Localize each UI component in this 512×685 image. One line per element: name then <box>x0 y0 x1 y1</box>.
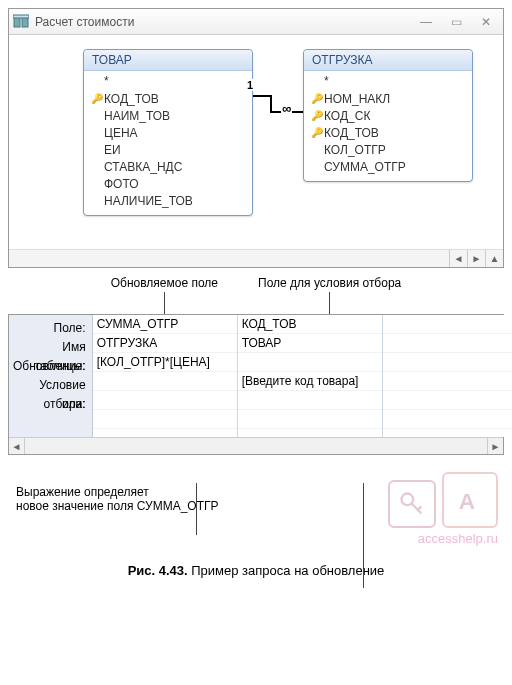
field-label: НОМ_НАКЛ <box>324 92 390 106</box>
field-label: СТАВКА_НДС <box>104 160 182 174</box>
minimize-button[interactable]: ― <box>417 15 435 29</box>
app-icon <box>13 14 29 30</box>
svg-rect-2 <box>13 15 29 18</box>
grid-column-empty[interactable] <box>383 315 512 437</box>
key-icon <box>388 480 436 528</box>
window-controls: ― ▭ ✕ <box>417 15 499 29</box>
cell-or[interactable] <box>93 391 237 410</box>
relationship-canvas[interactable]: ТОВАР * 🔑КОД_ТОВ НАИМ_ТОВ ЦЕНА ЕИ СТАВКА… <box>9 35 503 267</box>
cell-table[interactable]: ТОВАР <box>238 334 382 353</box>
all-fields-star[interactable]: * <box>84 73 252 90</box>
field-row[interactable]: 🔑НОМ_НАКЛ <box>304 90 472 107</box>
key-icon: 🔑 <box>90 93 104 104</box>
field-label: ЦЕНА <box>104 126 138 140</box>
field-label: КОД_СК <box>324 109 370 123</box>
grid-horizontal-scrollbar[interactable]: ◄ ► <box>9 437 503 454</box>
field-label: СУММА_ОТГР <box>324 160 406 174</box>
annotation-line <box>363 483 364 588</box>
cell-or[interactable] <box>238 391 382 410</box>
cell-update[interactable] <box>238 353 382 372</box>
annotation-text: Выражение определяет <box>16 485 236 499</box>
annotation-line <box>164 292 165 314</box>
table-box-otgruzka[interactable]: ОТГРУЗКА * 🔑НОМ_НАКЛ 🔑КОД_СК 🔑КОД_ТОВ КО… <box>303 49 473 182</box>
field-label: КОД_ТОВ <box>104 92 159 106</box>
figure-caption: Рис. 4.43. Пример запроса на обновление <box>0 563 512 578</box>
scroll-left-button[interactable]: ◄ <box>449 250 467 267</box>
grid-columns: СУММА_ОТГР ОТГРУЗКА [КОЛ_ОТГР]*[ЦЕНА] КО… <box>93 315 512 437</box>
cell-field[interactable]: КОД_ТОВ <box>238 315 382 334</box>
watermark-text: accesshelp.ru <box>418 531 498 546</box>
field-label: КОЛ_ОТГР <box>324 143 386 157</box>
window-title: Расчет стоимости <box>35 15 417 29</box>
scroll-right-button[interactable]: ► <box>487 438 503 454</box>
scroll-left-button[interactable]: ◄ <box>9 438 25 454</box>
key-icon: 🔑 <box>310 127 324 138</box>
field-row[interactable]: ЕИ <box>84 141 252 158</box>
query-grid: Поле: Имя таблицы: Обновление: Условие о… <box>8 314 504 455</box>
scroll-right-button[interactable]: ► <box>467 250 485 267</box>
close-button[interactable]: ✕ <box>477 15 495 29</box>
key-icon: 🔑 <box>310 93 324 104</box>
annotation-line <box>329 292 330 314</box>
field-label: КОД_ТОВ <box>324 126 379 140</box>
table-box-tovar[interactable]: ТОВАР * 🔑КОД_ТОВ НАИМ_ТОВ ЦЕНА ЕИ СТАВКА… <box>83 49 253 216</box>
field-label: НАЛИЧИЕ_ТОВ <box>104 194 193 208</box>
annotation-top: Обновляемое поле Поле для условия отбора <box>8 276 504 314</box>
cell-field[interactable]: СУММА_ОТГР <box>93 315 237 334</box>
field-row[interactable]: СТАВКА_НДС <box>84 158 252 175</box>
field-label: НАИМ_ТОВ <box>104 109 170 123</box>
cell-table[interactable]: ОТГРУЗКА <box>93 334 237 353</box>
cell-update[interactable]: [КОЛ_ОТГР]*[ЦЕНА] <box>93 353 237 372</box>
table-field-list: * 🔑КОД_ТОВ НАИМ_ТОВ ЦЕНА ЕИ СТАВКА_НДС Ф… <box>84 71 252 215</box>
label-table: Имя таблицы: <box>13 338 86 357</box>
table-header: ОТГРУЗКА <box>304 50 472 71</box>
field-row[interactable]: 🔑КОД_СК <box>304 107 472 124</box>
grid-column[interactable]: КОД_ТОВ ТОВАР [Введите код товара] <box>238 315 383 437</box>
svg-text:A: A <box>459 488 475 514</box>
table-header: ТОВАР <box>84 50 252 71</box>
canvas-scrollbar: ◄ ► ▲ <box>9 249 503 267</box>
field-row[interactable]: КОЛ_ОТГР <box>304 141 472 158</box>
label-field: Поле: <box>13 319 86 338</box>
relation-many-label: ∞ <box>281 101 292 116</box>
field-label: ЕИ <box>104 143 121 157</box>
cell-empty[interactable] <box>93 410 237 429</box>
annotation-bottom-left: Выражение определяет новое значение поля… <box>16 485 236 513</box>
titlebar: Расчет стоимости ― ▭ ✕ <box>9 9 503 35</box>
scroll-up-button[interactable]: ▲ <box>485 250 503 267</box>
caption-text: Пример запроса на обновление <box>188 563 385 578</box>
annotation-label: Обновляемое поле <box>111 276 218 290</box>
annotation-label: Поле для условия отбора <box>258 276 401 290</box>
field-row[interactable]: НАИМ_ТОВ <box>84 107 252 124</box>
svg-point-3 <box>402 494 414 506</box>
grid-row-labels: Поле: Имя таблицы: Обновление: Условие о… <box>9 315 93 437</box>
table-field-list: * 🔑НОМ_НАКЛ 🔑КОД_СК 🔑КОД_ТОВ КОЛ_ОТГР СУ… <box>304 71 472 181</box>
relationship-line[interactable] <box>253 94 303 114</box>
caption-number: Рис. 4.43. <box>128 563 188 578</box>
label-update: Обновление: <box>13 357 86 376</box>
field-row[interactable]: 🔑КОД_ТОВ <box>304 124 472 141</box>
access-icon: A <box>442 472 498 528</box>
annotation-line <box>196 483 197 535</box>
grid-column[interactable]: СУММА_ОТГР ОТГРУЗКА [КОЛ_ОТГР]*[ЦЕНА] <box>93 315 238 437</box>
key-icon: 🔑 <box>310 110 324 121</box>
cell-criteria[interactable] <box>93 372 237 391</box>
relation-one-label: 1 <box>246 79 254 91</box>
query-design-window: Расчет стоимости ― ▭ ✕ ТОВАР * 🔑КОД_ТОВ … <box>8 8 504 268</box>
field-row[interactable]: ЦЕНА <box>84 124 252 141</box>
field-label: ФОТО <box>104 177 139 191</box>
cell-empty[interactable] <box>238 410 382 429</box>
field-row[interactable]: 🔑КОД_ТОВ <box>84 90 252 107</box>
maximize-button[interactable]: ▭ <box>447 15 465 29</box>
field-row[interactable]: НАЛИЧИЕ_ТОВ <box>84 192 252 209</box>
field-row[interactable]: СУММА_ОТГР <box>304 158 472 175</box>
watermark-icons: A <box>388 472 498 528</box>
cell-criteria[interactable]: [Введите код товара] <box>238 372 382 391</box>
all-fields-star[interactable]: * <box>304 73 472 90</box>
label-criteria: Условие отбора: <box>13 376 86 395</box>
field-row[interactable]: ФОТО <box>84 175 252 192</box>
annotation-text: новое значение поля СУММА_ОТГР <box>16 499 236 513</box>
